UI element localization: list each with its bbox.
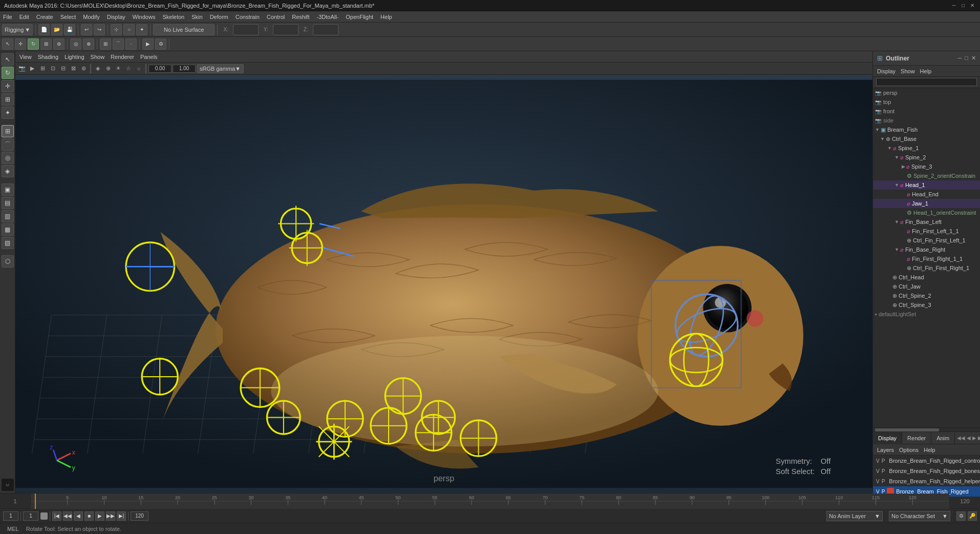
vp-show[interactable]: Show	[91, 54, 105, 60]
layer-nav-prev[interactable]: ◀	[967, 435, 971, 441]
vp-bakegeo[interactable]: ⊕	[103, 64, 113, 73]
menu-3dtoall[interactable]: -3DtoAll-	[317, 14, 339, 20]
layers-menu-layers[interactable]: Layers	[877, 447, 894, 453]
outliner-item-ctrl-fin-left[interactable]: ⊕ Ctrl_Fin_First_Left_1	[873, 236, 980, 245]
viewport-canvas[interactable]: persp Symmetry: Off Soft Select: Off x y…	[15, 75, 872, 493]
btn-play-back[interactable]: ◀	[74, 511, 83, 521]
scale-tool[interactable]: ⊞	[40, 38, 52, 50]
outliner-item-head1-orient[interactable]: ⚙ Head_1_orientConstraint	[873, 208, 980, 217]
layers-menu-options[interactable]: Options	[899, 447, 919, 453]
make-live[interactable]: ◎	[2, 152, 14, 164]
outliner-item-bream-fish[interactable]: ▼ ▣ Bream_Fish	[873, 125, 980, 134]
outliner-item-ctrl-jaw[interactable]: ⊕ Ctrl_Jaw	[873, 282, 980, 291]
vp-isolate[interactable]: ◈	[93, 64, 102, 73]
vp-value2[interactable]	[173, 65, 196, 73]
menu-skeleton[interactable]: Skeleton	[162, 14, 184, 20]
anim-key-btn[interactable]: 🔑	[968, 511, 977, 521]
layer-nav-right[interactable]: ▶▶	[978, 435, 980, 441]
outliner-maximize[interactable]: □	[965, 55, 968, 61]
component-e[interactable]: ▧	[2, 237, 14, 249]
open-btn[interactable]: 📂	[51, 24, 62, 35]
pivot[interactable]: ⊕	[83, 38, 94, 50]
vp-smooth[interactable]: ⊛	[79, 64, 88, 73]
outliner-window-controls[interactable]: ─ □ ✕	[958, 55, 976, 61]
scale-mask[interactable]: ⊞	[2, 93, 14, 106]
universal-tool[interactable]: ⊛	[53, 38, 65, 50]
outliner-item-ctrl-spine3[interactable]: ⊕ Ctrl_Spine_3	[873, 300, 980, 310]
render-settings[interactable]: ⚙	[155, 38, 166, 50]
layer-nav-next[interactable]: ▶	[972, 435, 976, 441]
vp-panels[interactable]: Panels	[140, 54, 158, 60]
component-d[interactable]: ▦	[2, 223, 14, 236]
menu-reshift[interactable]: Reshift	[292, 14, 309, 20]
render-btn[interactable]: ▶	[142, 38, 154, 50]
outliner-scrollbar-thumb[interactable]	[875, 428, 939, 432]
rotate-tool[interactable]: ↻	[28, 38, 39, 50]
vp-lighting[interactable]: Lighting	[65, 54, 84, 60]
z-input[interactable]	[313, 24, 338, 35]
menu-select[interactable]: Select	[60, 14, 76, 20]
vp-wireframe[interactable]: ⊠	[69, 64, 78, 73]
tab-display[interactable]: Display	[873, 432, 902, 444]
vp-light1[interactable]: ☀	[114, 64, 123, 73]
paint-btn[interactable]: ✦	[136, 24, 147, 35]
menu-windows[interactable]: Windows	[133, 14, 156, 20]
menu-file[interactable]: File	[3, 14, 12, 20]
component-b[interactable]: ▤	[2, 197, 14, 209]
new-btn[interactable]: 📄	[38, 24, 50, 35]
btn-stop[interactable]: ■	[84, 511, 94, 521]
btn-go-end[interactable]: ▶|	[117, 511, 126, 521]
snap-curve-l[interactable]: ⌒	[2, 138, 14, 151]
outliner-item-fin-first-right[interactable]: ⌀ Fin_First_Right_1_1	[873, 254, 980, 263]
anim-settings-btn[interactable]: ⚙	[956, 511, 966, 521]
x-input[interactable]	[233, 24, 259, 35]
vp-grid[interactable]: ⊟	[58, 64, 68, 73]
paint-mask[interactable]: ✦	[2, 107, 14, 119]
snap-grid-l[interactable]: ⊞	[2, 125, 14, 137]
character-set-dropdown[interactable]: No Character Set ▼	[889, 511, 950, 521]
rotate-mask[interactable]: ↻	[2, 67, 14, 79]
range-end-input[interactable]	[131, 511, 148, 521]
viewport-area[interactable]: View Shading Lighting Show Renderer Pane…	[15, 51, 872, 493]
timeline-ruler[interactable]: 5 10 15 20 25 30 35 40 45 50 55 60 65	[31, 494, 949, 509]
vp-cam[interactable]: 📷	[17, 64, 27, 73]
outliner-item-side[interactable]: 📷 side	[873, 116, 980, 125]
vp-view[interactable]: View	[19, 54, 32, 60]
current-frame-input[interactable]	[3, 511, 18, 521]
no-live-btn[interactable]: No Live Surface	[153, 24, 215, 35]
outliner-item-persp[interactable]: 📷 persp	[873, 88, 980, 97]
outliner-item-fin-right[interactable]: ▼ ⌀ Fin_Base_Right	[873, 245, 980, 254]
btn-play-fwd[interactable]: ▶	[95, 511, 104, 521]
layers-menu-help[interactable]: Help	[924, 447, 935, 453]
menu-deform[interactable]: Deform	[210, 14, 228, 20]
outliner-item-default-light[interactable]: ▪ defaultLightSet	[873, 310, 980, 319]
close-button[interactable]: ✕	[969, 2, 976, 9]
menu-edit[interactable]: Edit	[19, 14, 29, 20]
rigging-dropdown[interactable]: Rigging ▼	[2, 24, 33, 35]
vp-light2[interactable]: ☆	[124, 64, 133, 73]
redo-btn[interactable]: ↪	[94, 24, 105, 35]
snap-curve[interactable]: ⌒	[113, 38, 124, 50]
window-controls[interactable]: ─ □ ✕	[950, 2, 976, 9]
outliner-item-spine2-orient[interactable]: ⚙ Spine_2_orientConstrain	[873, 171, 980, 180]
layer-nav-left[interactable]: ◀◀	[957, 435, 965, 441]
maximize-button[interactable]: □	[960, 2, 967, 9]
outliner-item-top[interactable]: 📷 top	[873, 97, 980, 107]
move-tool[interactable]: ✛	[15, 38, 26, 50]
layer-row-control[interactable]: V P Bronze_Bream_Fish_Rigged_control	[873, 456, 980, 466]
menu-control[interactable]: Control	[267, 14, 285, 20]
menu-modify[interactable]: Modify	[83, 14, 99, 20]
component-c[interactable]: ▥	[2, 210, 14, 222]
outliner-item-ctrl-base[interactable]: ▼ ⊕ Ctrl_Base	[873, 134, 980, 143]
outliner-menu-show[interactable]: Show	[901, 68, 915, 74]
menu-display[interactable]: Display	[107, 14, 125, 20]
outliner-item-fin-first-left[interactable]: ⌀ Fin_First_Left_1_1	[873, 227, 980, 236]
vp-render-icon[interactable]: ▶	[28, 64, 37, 73]
outliner-item-front[interactable]: 📷 front	[873, 107, 980, 116]
vp-renderer[interactable]: Renderer	[111, 54, 134, 60]
anim-layer-dropdown[interactable]: No Anim Layer ▼	[826, 511, 883, 521]
outliner-minimize[interactable]: ─	[958, 55, 962, 61]
vp-snap2[interactable]: ⊡	[48, 64, 57, 73]
save-btn[interactable]: 💾	[64, 24, 75, 35]
outliner-close[interactable]: ✕	[971, 55, 976, 61]
